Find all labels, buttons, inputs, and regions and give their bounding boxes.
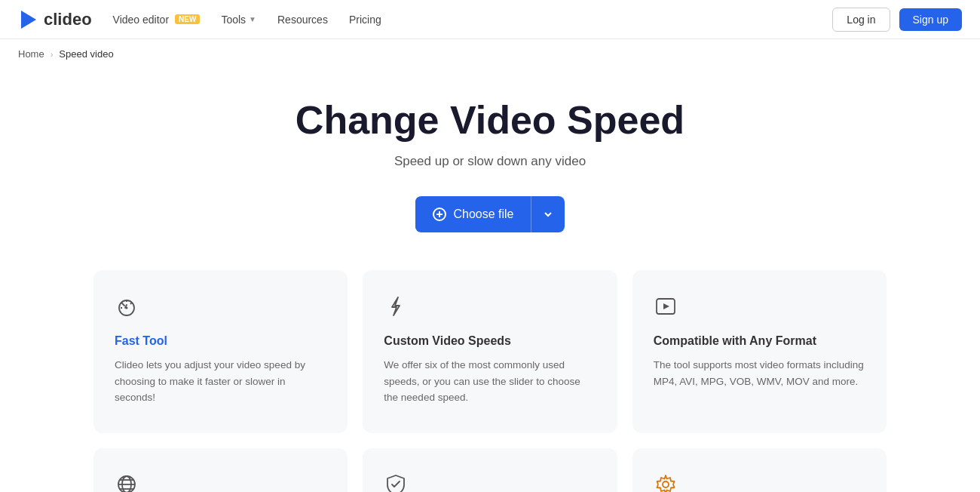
speedometer-icon xyxy=(115,294,326,322)
logo-icon xyxy=(18,9,39,30)
card-compatible-desc: The tool supports most video formats inc… xyxy=(654,357,865,389)
nav-resources[interactable]: Resources xyxy=(277,14,328,26)
svg-point-5 xyxy=(126,307,128,309)
card-fully-online: Fully Online xyxy=(93,448,348,492)
login-button[interactable]: Log in xyxy=(832,8,890,32)
card-fast-tool: Fast Tool Clideo lets you adjust your vi… xyxy=(93,270,348,433)
gear-svg xyxy=(654,472,678,492)
logo[interactable]: clideo xyxy=(18,9,92,30)
nav-left: clideo Video editor NEW Tools ▼ Resource… xyxy=(18,9,381,30)
plus-circle-icon xyxy=(432,207,447,222)
breadcrumb-separator: › xyxy=(51,50,54,59)
card-fast-tool-title: Fast Tool xyxy=(115,334,326,348)
lightning-icon xyxy=(384,294,596,322)
card-security: Security Encryption xyxy=(363,448,617,492)
cards-grid: Fast Tool Clideo lets you adjust your vi… xyxy=(93,270,887,492)
video-play-icon xyxy=(654,294,865,322)
card-custom-speeds-title: Custom Video Speeds xyxy=(384,334,596,348)
gear-icon xyxy=(654,472,865,492)
breadcrumb: Home › Speed video xyxy=(0,39,980,69)
nav-video-editor[interactable]: Video editor NEW xyxy=(113,14,201,26)
page-title: Change Video Speed xyxy=(18,99,962,142)
card-compatible: Compatible with Any Format The tool supp… xyxy=(632,270,887,433)
tools-chevron-icon: ▼ xyxy=(249,15,256,23)
breadcrumb-current: Speed video xyxy=(59,48,113,60)
new-badge: NEW xyxy=(175,14,200,24)
choose-file-dropdown[interactable] xyxy=(531,196,565,232)
lightning-svg xyxy=(384,294,408,318)
logo-text: clideo xyxy=(44,10,92,29)
hero-section: Change Video Speed Speed up or slow down… xyxy=(0,69,980,270)
shield-icon xyxy=(384,472,596,492)
globe-svg xyxy=(115,472,139,492)
globe-icon xyxy=(115,472,326,492)
svg-point-13 xyxy=(663,481,669,487)
card-fast-tool-desc: Clideo lets you adjust your video speed … xyxy=(115,357,326,406)
card-custom-speeds: Custom Video Speeds We offer six of the … xyxy=(363,270,617,433)
card-additional-editing: Additional Editing Options xyxy=(632,448,887,492)
nav-pricing[interactable]: Pricing xyxy=(349,14,381,26)
svg-marker-7 xyxy=(663,303,669,309)
choose-file-button[interactable]: Choose file xyxy=(415,196,564,232)
choose-file-label: Choose file xyxy=(453,208,513,221)
dropdown-chevron-icon xyxy=(544,210,553,219)
features-section: Fast Tool Clideo lets you adjust your vi… xyxy=(75,270,905,492)
breadcrumb-home[interactable]: Home xyxy=(18,48,44,60)
hero-subtitle: Speed up or slow down any video xyxy=(18,154,962,169)
navbar: clideo Video editor NEW Tools ▼ Resource… xyxy=(0,0,980,39)
speedometer-svg xyxy=(115,294,139,318)
svg-marker-0 xyxy=(21,11,36,29)
card-compatible-title: Compatible with Any Format xyxy=(654,334,865,348)
nav-right: Log in Sign up xyxy=(832,8,962,32)
card-custom-speeds-desc: We offer six of the most commonly used s… xyxy=(384,357,596,406)
choose-file-main[interactable]: Choose file xyxy=(415,197,530,232)
nav-tools[interactable]: Tools ▼ xyxy=(221,14,256,26)
signup-button[interactable]: Sign up xyxy=(899,8,962,31)
shield-svg xyxy=(384,472,408,492)
video-play-svg xyxy=(654,294,678,318)
